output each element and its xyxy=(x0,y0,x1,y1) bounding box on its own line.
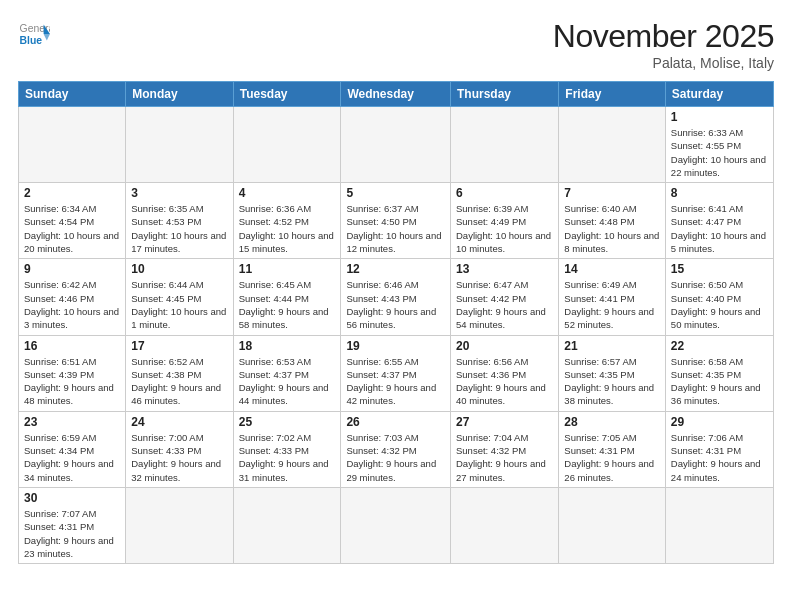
day-number: 6 xyxy=(456,186,553,200)
day-info: Sunrise: 6:37 AM Sunset: 4:50 PM Dayligh… xyxy=(346,202,445,255)
day-number: 12 xyxy=(346,262,445,276)
day-number: 28 xyxy=(564,415,660,429)
logo-icon: General Blue xyxy=(18,18,50,50)
calendar-day-cell: 2Sunrise: 6:34 AM Sunset: 4:54 PM Daylig… xyxy=(19,183,126,259)
day-number: 23 xyxy=(24,415,120,429)
header-tuesday: Tuesday xyxy=(233,82,341,107)
day-info: Sunrise: 7:03 AM Sunset: 4:32 PM Dayligh… xyxy=(346,431,445,484)
calendar-day-cell xyxy=(233,487,341,563)
calendar-day-cell: 6Sunrise: 6:39 AM Sunset: 4:49 PM Daylig… xyxy=(451,183,559,259)
day-info: Sunrise: 6:47 AM Sunset: 4:42 PM Dayligh… xyxy=(456,278,553,331)
day-number: 3 xyxy=(131,186,227,200)
day-number: 29 xyxy=(671,415,768,429)
calendar-day-cell: 19Sunrise: 6:55 AM Sunset: 4:37 PM Dayli… xyxy=(341,335,451,411)
calendar-day-cell: 24Sunrise: 7:00 AM Sunset: 4:33 PM Dayli… xyxy=(126,411,233,487)
calendar-week-row: 1Sunrise: 6:33 AM Sunset: 4:55 PM Daylig… xyxy=(19,107,774,183)
calendar-day-cell: 14Sunrise: 6:49 AM Sunset: 4:41 PM Dayli… xyxy=(559,259,666,335)
logo: General Blue xyxy=(18,18,50,50)
day-number: 2 xyxy=(24,186,120,200)
day-info: Sunrise: 6:45 AM Sunset: 4:44 PM Dayligh… xyxy=(239,278,336,331)
day-number: 4 xyxy=(239,186,336,200)
calendar-week-row: 2Sunrise: 6:34 AM Sunset: 4:54 PM Daylig… xyxy=(19,183,774,259)
day-number: 5 xyxy=(346,186,445,200)
calendar-day-cell: 28Sunrise: 7:05 AM Sunset: 4:31 PM Dayli… xyxy=(559,411,666,487)
day-info: Sunrise: 6:46 AM Sunset: 4:43 PM Dayligh… xyxy=(346,278,445,331)
calendar-day-cell: 11Sunrise: 6:45 AM Sunset: 4:44 PM Dayli… xyxy=(233,259,341,335)
day-number: 24 xyxy=(131,415,227,429)
day-number: 20 xyxy=(456,339,553,353)
day-number: 22 xyxy=(671,339,768,353)
header-wednesday: Wednesday xyxy=(341,82,451,107)
day-info: Sunrise: 7:06 AM Sunset: 4:31 PM Dayligh… xyxy=(671,431,768,484)
header-sunday: Sunday xyxy=(19,82,126,107)
calendar-day-cell xyxy=(126,107,233,183)
day-number: 16 xyxy=(24,339,120,353)
calendar-day-cell xyxy=(451,107,559,183)
calendar-day-cell: 17Sunrise: 6:52 AM Sunset: 4:38 PM Dayli… xyxy=(126,335,233,411)
calendar-day-cell xyxy=(665,487,773,563)
calendar-day-cell xyxy=(19,107,126,183)
calendar-day-cell: 21Sunrise: 6:57 AM Sunset: 4:35 PM Dayli… xyxy=(559,335,666,411)
day-info: Sunrise: 6:56 AM Sunset: 4:36 PM Dayligh… xyxy=(456,355,553,408)
calendar-week-row: 16Sunrise: 6:51 AM Sunset: 4:39 PM Dayli… xyxy=(19,335,774,411)
header-thursday: Thursday xyxy=(451,82,559,107)
day-number: 26 xyxy=(346,415,445,429)
calendar-day-cell xyxy=(341,487,451,563)
calendar-day-cell: 5Sunrise: 6:37 AM Sunset: 4:50 PM Daylig… xyxy=(341,183,451,259)
day-number: 11 xyxy=(239,262,336,276)
calendar-day-cell: 12Sunrise: 6:46 AM Sunset: 4:43 PM Dayli… xyxy=(341,259,451,335)
day-info: Sunrise: 7:04 AM Sunset: 4:32 PM Dayligh… xyxy=(456,431,553,484)
weekday-header-row: Sunday Monday Tuesday Wednesday Thursday… xyxy=(19,82,774,107)
calendar-day-cell: 13Sunrise: 6:47 AM Sunset: 4:42 PM Dayli… xyxy=(451,259,559,335)
calendar-day-cell: 7Sunrise: 6:40 AM Sunset: 4:48 PM Daylig… xyxy=(559,183,666,259)
calendar-table: Sunday Monday Tuesday Wednesday Thursday… xyxy=(18,81,774,564)
header-monday: Monday xyxy=(126,82,233,107)
header-friday: Friday xyxy=(559,82,666,107)
day-info: Sunrise: 6:55 AM Sunset: 4:37 PM Dayligh… xyxy=(346,355,445,408)
day-info: Sunrise: 6:39 AM Sunset: 4:49 PM Dayligh… xyxy=(456,202,553,255)
calendar-day-cell: 10Sunrise: 6:44 AM Sunset: 4:45 PM Dayli… xyxy=(126,259,233,335)
day-number: 21 xyxy=(564,339,660,353)
calendar-day-cell: 25Sunrise: 7:02 AM Sunset: 4:33 PM Dayli… xyxy=(233,411,341,487)
day-number: 9 xyxy=(24,262,120,276)
title-block: November 2025 Palata, Molise, Italy xyxy=(553,18,774,71)
day-info: Sunrise: 6:35 AM Sunset: 4:53 PM Dayligh… xyxy=(131,202,227,255)
day-info: Sunrise: 6:52 AM Sunset: 4:38 PM Dayligh… xyxy=(131,355,227,408)
day-number: 18 xyxy=(239,339,336,353)
calendar-day-cell: 18Sunrise: 6:53 AM Sunset: 4:37 PM Dayli… xyxy=(233,335,341,411)
svg-marker-3 xyxy=(44,34,50,40)
calendar-day-cell: 9Sunrise: 6:42 AM Sunset: 4:46 PM Daylig… xyxy=(19,259,126,335)
day-info: Sunrise: 7:00 AM Sunset: 4:33 PM Dayligh… xyxy=(131,431,227,484)
calendar-week-row: 23Sunrise: 6:59 AM Sunset: 4:34 PM Dayli… xyxy=(19,411,774,487)
calendar-day-cell: 4Sunrise: 6:36 AM Sunset: 4:52 PM Daylig… xyxy=(233,183,341,259)
calendar-day-cell: 15Sunrise: 6:50 AM Sunset: 4:40 PM Dayli… xyxy=(665,259,773,335)
day-number: 17 xyxy=(131,339,227,353)
calendar-day-cell xyxy=(126,487,233,563)
day-info: Sunrise: 7:02 AM Sunset: 4:33 PM Dayligh… xyxy=(239,431,336,484)
day-info: Sunrise: 7:05 AM Sunset: 4:31 PM Dayligh… xyxy=(564,431,660,484)
day-number: 1 xyxy=(671,110,768,124)
day-number: 27 xyxy=(456,415,553,429)
day-number: 13 xyxy=(456,262,553,276)
day-info: Sunrise: 7:07 AM Sunset: 4:31 PM Dayligh… xyxy=(24,507,120,560)
day-info: Sunrise: 6:58 AM Sunset: 4:35 PM Dayligh… xyxy=(671,355,768,408)
calendar-day-cell: 29Sunrise: 7:06 AM Sunset: 4:31 PM Dayli… xyxy=(665,411,773,487)
day-number: 30 xyxy=(24,491,120,505)
calendar-day-cell: 22Sunrise: 6:58 AM Sunset: 4:35 PM Dayli… xyxy=(665,335,773,411)
day-number: 14 xyxy=(564,262,660,276)
calendar-week-row: 9Sunrise: 6:42 AM Sunset: 4:46 PM Daylig… xyxy=(19,259,774,335)
day-number: 8 xyxy=(671,186,768,200)
svg-text:Blue: Blue xyxy=(20,35,43,46)
calendar-day-cell xyxy=(559,107,666,183)
day-info: Sunrise: 6:36 AM Sunset: 4:52 PM Dayligh… xyxy=(239,202,336,255)
calendar-day-cell xyxy=(451,487,559,563)
calendar-day-cell: 20Sunrise: 6:56 AM Sunset: 4:36 PM Dayli… xyxy=(451,335,559,411)
calendar-day-cell: 23Sunrise: 6:59 AM Sunset: 4:34 PM Dayli… xyxy=(19,411,126,487)
header: General Blue November 2025 Palata, Molis… xyxy=(18,18,774,71)
day-info: Sunrise: 6:41 AM Sunset: 4:47 PM Dayligh… xyxy=(671,202,768,255)
calendar-day-cell xyxy=(233,107,341,183)
calendar-day-cell xyxy=(559,487,666,563)
calendar-day-cell: 1Sunrise: 6:33 AM Sunset: 4:55 PM Daylig… xyxy=(665,107,773,183)
day-number: 25 xyxy=(239,415,336,429)
day-number: 7 xyxy=(564,186,660,200)
